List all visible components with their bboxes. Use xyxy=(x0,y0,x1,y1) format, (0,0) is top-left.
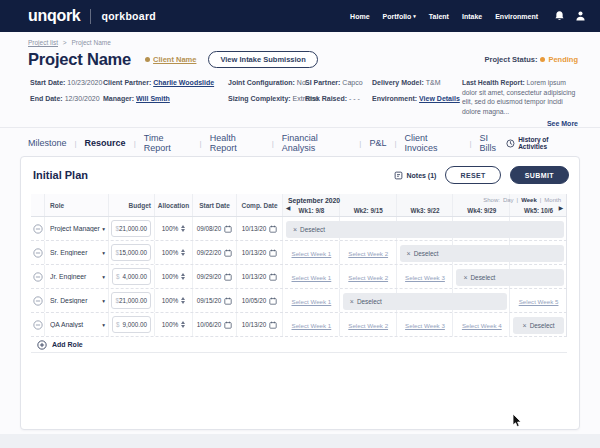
start-date-input[interactable]: 09/29/20 xyxy=(193,265,237,288)
stepper-arrows-icon[interactable] xyxy=(181,249,185,257)
comp-date-input[interactable]: 10/13/20 xyxy=(237,265,283,288)
stepper-arrows-icon[interactable] xyxy=(181,297,185,305)
nav-item-home[interactable]: Home xyxy=(350,13,369,20)
submit-button[interactable]: SUBMIT xyxy=(510,166,569,184)
tab-time-report[interactable]: Time Report xyxy=(144,133,192,153)
stepper-arrows-icon[interactable] xyxy=(181,225,185,233)
select-week-2-link[interactable]: Select Week 2 xyxy=(340,241,397,265)
deselect-button[interactable]: ×Deselect xyxy=(343,293,507,310)
last-health-report: Last Health Report: Lorem ipsum dolor si… xyxy=(462,78,578,129)
select-week-1-link[interactable]: Select Week 1 xyxy=(283,241,340,265)
select-week-5-link[interactable]: Select Week 5 xyxy=(510,289,567,313)
comp-date-input[interactable]: 10/05/20 xyxy=(237,289,283,312)
client-dot-icon xyxy=(145,57,150,62)
select-week-1-link[interactable]: Select Week 1 xyxy=(283,265,340,289)
allocation-stepper[interactable]: 100% xyxy=(155,265,193,288)
allocation-stepper[interactable]: 100% xyxy=(155,289,193,312)
allocation-value: 100% xyxy=(162,249,179,256)
stepper-arrows-icon[interactable] xyxy=(181,321,185,329)
remove-role-icon[interactable] xyxy=(31,289,45,312)
product-name[interactable]: qorkboard xyxy=(101,10,156,22)
tab-financial-analysis[interactable]: Financial Analysis xyxy=(282,133,352,153)
deselect-button[interactable]: ×Deselect xyxy=(513,317,564,334)
breadcrumb-project-list-link[interactable]: Project list xyxy=(28,39,58,46)
client-name-link[interactable]: Client Name xyxy=(145,55,196,64)
reset-button[interactable]: RESET xyxy=(445,166,500,184)
allocation-stepper[interactable]: 100% xyxy=(155,241,193,264)
plus-circle-icon xyxy=(37,340,47,350)
detail-value-link[interactable]: Will Smith xyxy=(136,95,170,102)
start-date-input[interactable]: 10/06/20 xyxy=(193,313,237,336)
remove-role-icon[interactable] xyxy=(31,241,45,264)
select-week-3-link[interactable]: Select Week 3 xyxy=(397,313,454,337)
date-value: 09/22/20 xyxy=(197,249,222,256)
remove-role-icon[interactable] xyxy=(31,313,45,336)
unqork-logo[interactable]: unqork xyxy=(28,7,80,25)
detail-value-link[interactable]: View Details xyxy=(419,95,460,102)
allocation-stepper[interactable]: 100% xyxy=(155,313,193,336)
screen: unqork qorkboard HomePortfolio▾TalentInt… xyxy=(0,0,600,448)
start-date-input[interactable]: 09/22/20 xyxy=(193,241,237,264)
deselect-button[interactable]: ×Deselect xyxy=(456,269,564,286)
history-of-activities-link[interactable]: History of Activities xyxy=(506,136,578,150)
notifications-bell-icon[interactable] xyxy=(554,10,565,22)
budget-input[interactable]: $21,000.00 xyxy=(111,220,151,237)
date-value: 09/29/20 xyxy=(197,273,222,280)
tab-p-l[interactable]: P&L xyxy=(369,138,386,148)
select-week-2-link[interactable]: Select Week 2 xyxy=(340,313,397,337)
remove-role-icon[interactable] xyxy=(31,265,45,288)
project-details: Start Date: 10/23/2020End Date: 12/30/20… xyxy=(30,78,462,104)
stepper-arrows-icon[interactable] xyxy=(181,273,185,281)
comp-date-input[interactable]: 10/13/20 xyxy=(237,217,283,240)
user-profile-icon[interactable] xyxy=(575,10,586,22)
budget-input[interactable]: $9,000.00 xyxy=(112,316,151,333)
view-intake-submission-button[interactable]: View Intake Submission xyxy=(208,51,317,68)
tab-separator: | xyxy=(359,139,361,148)
role-select[interactable]: Project Manager▾ xyxy=(45,217,109,240)
role-select[interactable]: Sr. Designer▾ xyxy=(45,289,109,312)
role-select[interactable]: QA Analyst▾ xyxy=(45,313,109,336)
tab-client-invoices[interactable]: Client Invoices xyxy=(405,133,462,153)
chevron-down-icon: ▾ xyxy=(102,274,105,280)
start-date-input[interactable]: 09/15/20 xyxy=(193,289,237,312)
select-week-2-link[interactable]: Select Week 2 xyxy=(340,265,397,289)
budget-input[interactable]: $21,000.00 xyxy=(111,292,151,309)
deselect-button[interactable]: ×Deselect xyxy=(400,245,564,262)
select-week-1-link[interactable]: Select Week 1 xyxy=(283,313,340,337)
select-week-1-link[interactable]: Select Week 1 xyxy=(283,289,340,313)
detail-value: T&M xyxy=(426,79,441,86)
remove-role-icon[interactable] xyxy=(31,217,45,240)
show-option-month[interactable]: Month xyxy=(544,197,561,203)
project-status-value: Pending xyxy=(548,55,578,64)
start-date-input[interactable]: 09/08/20 xyxy=(193,217,237,240)
notes-link[interactable]: Notes (1) xyxy=(394,171,436,180)
allocation-stepper[interactable]: 100% xyxy=(155,217,193,240)
select-week-3-link[interactable]: Select Week 3 xyxy=(397,265,454,289)
add-role-button[interactable]: Add Role xyxy=(31,337,567,353)
tab-si-bills[interactable]: SI Bills xyxy=(480,133,507,153)
detail-value: Capco xyxy=(342,79,362,86)
show-option-day[interactable]: Day xyxy=(503,197,514,203)
initial-plan-title: Initial Plan xyxy=(33,169,88,181)
budget-input[interactable]: $4,000.00 xyxy=(112,268,151,285)
nav-item-talent[interactable]: Talent xyxy=(429,13,449,20)
role-select[interactable]: Jr. Engineer▾ xyxy=(45,265,109,288)
comp-date-input[interactable]: 10/13/20 xyxy=(237,313,283,336)
select-week-4-link[interactable]: Select Week 4 xyxy=(453,313,510,337)
nav-item-intake[interactable]: Intake xyxy=(462,13,482,20)
project-status-label: Project Status: xyxy=(484,55,537,64)
deselect-button[interactable]: ×Deselect xyxy=(286,221,564,238)
role-select[interactable]: Sr. Engineer▾ xyxy=(45,241,109,264)
budget-input[interactable]: $15,000.00 xyxy=(111,244,151,261)
nav-item-portfolio[interactable]: Portfolio▾ xyxy=(383,13,416,20)
header-icons xyxy=(554,10,586,22)
mouse-cursor xyxy=(512,414,524,428)
detail-value-link[interactable]: Charlie Woodslide xyxy=(153,79,214,86)
tab-health-report[interactable]: Health Report xyxy=(210,133,264,153)
show-option-week[interactable]: Week xyxy=(521,197,537,203)
calendar-icon xyxy=(269,249,277,257)
tab-resource[interactable]: Resource xyxy=(85,138,126,148)
nav-item-environment[interactable]: Environment xyxy=(495,13,538,20)
tab-milestone[interactable]: Milestone xyxy=(28,138,67,148)
comp-date-input[interactable]: 10/13/20 xyxy=(237,241,283,264)
